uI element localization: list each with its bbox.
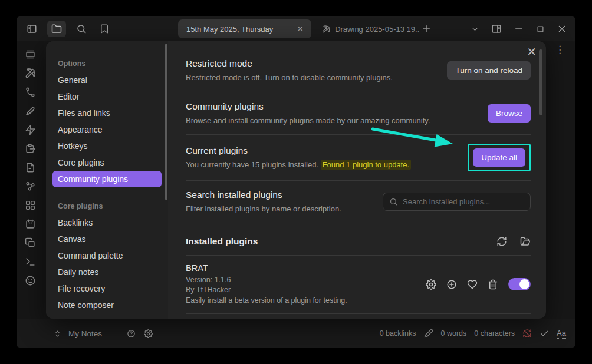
- more-options-icon[interactable]: ⋮: [555, 45, 565, 55]
- nodes-icon[interactable]: [25, 181, 36, 192]
- plugin-info-plus-icon[interactable]: [446, 279, 457, 290]
- sidebar-section-header: Core plugins: [46, 198, 168, 214]
- titlebar-right-icons: [471, 16, 567, 41]
- plugins-installed-text: You currently have 15 plugins installed.: [186, 160, 321, 169]
- close-window-button[interactable]: [557, 24, 567, 34]
- sidebar-section-header: Options: [46, 55, 168, 72]
- setting-title: Restricted mode: [186, 58, 393, 69]
- sidebar-item-community-plugins[interactable]: Community plugins: [52, 171, 162, 187]
- word-count[interactable]: 0 words: [441, 329, 467, 337]
- sidebar-item-note-composer[interactable]: Note composer: [52, 297, 162, 313]
- browse-button[interactable]: Browse: [488, 104, 531, 123]
- plugin-row-calendar: Calendar Version: 1.5.10: [186, 314, 531, 319]
- sidebar-item-daily-notes[interactable]: Daily notes: [52, 264, 162, 280]
- reading-mode-toggle[interactable]: Aa: [557, 329, 566, 339]
- plugin-row-brat: BRAT Version: 1.1.6 By TfTHacker Easily …: [186, 256, 531, 315]
- check-icon[interactable]: [540, 329, 549, 338]
- tab-daily-note[interactable]: 15th May 2025, Thursday ✕: [178, 19, 311, 38]
- maximize-button[interactable]: [536, 25, 545, 34]
- toggle-right-sidebar-button[interactable]: [491, 24, 502, 34]
- modal-close-icon[interactable]: ✕: [527, 46, 537, 58]
- installed-plugins-header: Installed plugins: [186, 236, 531, 256]
- installed-plugins-heading: Installed plugins: [186, 236, 258, 247]
- plugin-version: Version: 1.1.6: [186, 275, 347, 286]
- terminal-icon[interactable]: [25, 256, 36, 267]
- setting-title: Current plugins: [186, 145, 411, 156]
- edit-mode-icon[interactable]: [424, 329, 433, 338]
- tab-list-dropdown-icon[interactable]: [471, 25, 479, 34]
- setting-desc: Browse and install community plugins mad…: [186, 115, 430, 126]
- sidebar-item-hotkeys[interactable]: Hotkeys: [52, 138, 162, 154]
- files-icon[interactable]: [47, 21, 66, 37]
- content-scrollbar[interactable]: [539, 49, 542, 115]
- turn-on-and-reload-button[interactable]: Turn on and reload: [447, 61, 531, 80]
- plugin-name: BRAT: [186, 263, 347, 273]
- help-icon[interactable]: [127, 329, 136, 338]
- dashboard-icon[interactable]: [25, 200, 36, 211]
- vault-switcher[interactable]: My Notes: [53, 319, 153, 348]
- sidebar-item-core-plugins[interactable]: Core plugins: [52, 154, 162, 171]
- setting-row-restricted-mode: Restricted mode Restricted mode is off. …: [186, 49, 531, 92]
- check-for-updates-icon[interactable]: [496, 236, 507, 247]
- chevrons-up-down-icon: [53, 329, 62, 338]
- sidebar-item-backlinks[interactable]: Backlinks: [52, 214, 162, 231]
- plugin-author: By TfTHacker: [186, 285, 347, 296]
- search-icon[interactable]: [74, 21, 89, 37]
- sidebar-item-canvas[interactable]: Canvas: [52, 231, 162, 247]
- settings-content: ✕ Restricted mode Restricted mode is off…: [168, 41, 546, 319]
- setting-title: Community plugins: [186, 101, 430, 112]
- calendar-icon[interactable]: [25, 219, 36, 230]
- titlebar-left-icons: [24, 16, 112, 41]
- sidebar-scrollbar[interactable]: [165, 44, 167, 200]
- setting-desc: Restricted mode is off. Turn on to disab…: [186, 72, 393, 83]
- open-plugins-folder-icon[interactable]: [520, 236, 531, 247]
- setting-desc: You currently have 15 plugins installed.…: [186, 160, 411, 170]
- tab-close-icon[interactable]: ✕: [295, 24, 305, 34]
- settings-gear-icon[interactable]: [144, 329, 153, 338]
- obsidian-window: 15th May 2025, Thursday ✕ Drawing 2025-0…: [17, 16, 575, 348]
- ribbon: [17, 41, 44, 319]
- sidebar-item-file-recovery[interactable]: File recovery: [52, 280, 162, 297]
- bookmark-icon[interactable]: [97, 21, 112, 37]
- sidebar-item-command-palette[interactable]: Command palette: [52, 247, 162, 264]
- new-tab-button[interactable]: [421, 24, 432, 34]
- settings-modal: Options General Editor Files and links A…: [46, 41, 546, 319]
- vault-name: My Notes: [68, 329, 102, 338]
- statusbar: My Notes 0 backlinks 0 words 0 character…: [17, 319, 575, 348]
- pickaxe-icon[interactable]: [25, 68, 36, 79]
- setting-row-search-plugins: Search installed plugins Filter installe…: [186, 181, 531, 223]
- copy-icon[interactable]: [25, 237, 36, 249]
- card-view-icon[interactable]: [25, 49, 36, 60]
- update-all-button[interactable]: Update all: [473, 148, 525, 167]
- pickaxe-icon: [322, 25, 330, 34]
- search-input[interactable]: [403, 197, 524, 206]
- plugin-uninstall-trash-icon[interactable]: [488, 279, 498, 290]
- sidebar-item-appearance[interactable]: Appearance: [52, 121, 162, 138]
- git-icon[interactable]: [25, 87, 36, 98]
- smiley-icon[interactable]: [25, 275, 36, 286]
- plugin-options-gear-icon[interactable]: [426, 279, 436, 290]
- plugin-search-field[interactable]: [383, 193, 531, 211]
- character-count[interactable]: 0 characters: [474, 329, 515, 337]
- sync-off-icon[interactable]: [522, 329, 532, 338]
- setting-title: Search installed plugins: [186, 190, 341, 200]
- screen: 15th May 2025, Thursday ✕ Drawing 2025-0…: [0, 0, 592, 364]
- plugin-desc: Easily install a beta version of a plugi…: [186, 296, 347, 306]
- toggle-left-sidebar-button[interactable]: [24, 21, 40, 37]
- sidebar-item-general[interactable]: General: [52, 72, 162, 88]
- sidebar-item-editor[interactable]: Editor: [52, 88, 162, 105]
- tab-drawing[interactable]: Drawing 2025-05-13 19....: [318, 19, 422, 38]
- backlinks-count[interactable]: 0 backlinks: [380, 329, 416, 337]
- clipboard-paste-icon[interactable]: [25, 143, 36, 154]
- settings-sidebar: Options General Editor Files and links A…: [46, 41, 168, 319]
- setting-row-community-plugins: Community plugins Browse and install com…: [186, 92, 531, 135]
- plugin-enable-toggle[interactable]: [508, 278, 531, 290]
- zap-icon[interactable]: [25, 124, 36, 135]
- minimize-button[interactable]: [514, 24, 524, 34]
- sidebar-item-files-and-links[interactable]: Files and links: [52, 105, 162, 121]
- update-found-highlight: Found 1 plugin to update.: [321, 160, 411, 170]
- setting-desc: Filter installed plugins by name or desc…: [186, 204, 341, 214]
- plugin-donate-heart-icon[interactable]: [467, 279, 478, 290]
- file-note-icon[interactable]: [25, 162, 36, 173]
- pen-icon[interactable]: [25, 105, 36, 117]
